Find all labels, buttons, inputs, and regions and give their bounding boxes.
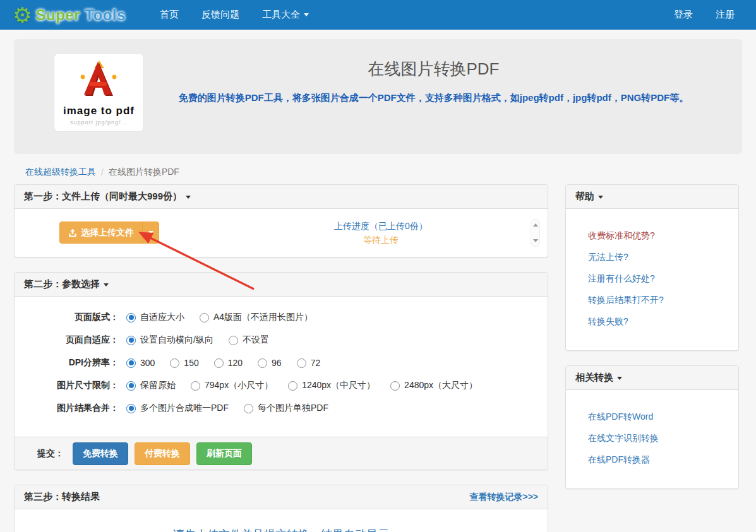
sidebar-link[interactable]: 在线PDF转Word bbox=[588, 411, 653, 422]
radio-option[interactable]: 72 bbox=[297, 358, 321, 368]
radio-option-label: 72 bbox=[311, 358, 321, 368]
radio-icon bbox=[390, 381, 400, 391]
breadcrumb-home-link[interactable]: 在线超级转换工具 bbox=[25, 167, 96, 178]
radio-option-label: 设置自动横向/纵向 bbox=[140, 334, 213, 346]
radio-option-label: 2480px（大尺寸） bbox=[404, 380, 477, 391]
list-item: 转换后结果打不开? bbox=[588, 295, 729, 306]
radio-option[interactable]: 1240px（中尺寸） bbox=[288, 380, 375, 391]
upload-progress-title: 上传进度（已上传0份） bbox=[204, 219, 558, 233]
radio-option[interactable]: 120 bbox=[214, 358, 243, 368]
radio-option-label: 自适应大小 bbox=[140, 312, 184, 323]
radio-icon bbox=[126, 404, 136, 413]
radio-option-label: 120 bbox=[228, 358, 243, 368]
radio-icon bbox=[297, 358, 306, 368]
param-row-label: 图片尺寸限制： bbox=[24, 380, 119, 391]
help-header[interactable]: 帮助 bbox=[566, 185, 738, 209]
radio-option[interactable]: 96 bbox=[258, 358, 282, 368]
radio-icon bbox=[126, 381, 136, 391]
param-row: 页面版式：自适应大小A4版面（不适用长图片） bbox=[24, 312, 538, 323]
radio-option[interactable]: A4版面（不适用长图片） bbox=[200, 312, 313, 323]
help-links: 收费标准和优势?无法上传?注册有什么好处?转换后结果打不开?转换失败? bbox=[588, 230, 729, 328]
upload-progress-status: 等待上传 bbox=[204, 233, 558, 247]
chevron-down-icon bbox=[617, 377, 622, 380]
view-history-link[interactable]: 查看转换记录>>> bbox=[469, 492, 538, 503]
sidebar-link[interactable]: 转换后结果打不开? bbox=[588, 295, 664, 305]
radio-option[interactable]: 794px（小尺寸） bbox=[191, 380, 273, 391]
sidebar-link[interactable]: 在线文字识别转换 bbox=[588, 433, 659, 443]
radio-option[interactable]: 每个图片单独PDF bbox=[244, 403, 328, 414]
upload-dropdown-toggle[interactable] bbox=[142, 222, 159, 243]
breadcrumb-separator: / bbox=[101, 167, 104, 177]
select-upload-file-button[interactable]: 选择上传文件 bbox=[60, 222, 142, 243]
param-row-label: 页面自适应： bbox=[24, 334, 119, 346]
step3-header: 第三步：转换结果 查看转换记录>>> bbox=[15, 485, 548, 509]
nav-item-2[interactable]: 反馈问题 bbox=[193, 1, 248, 29]
sidebar-link[interactable]: 无法上传? bbox=[588, 252, 628, 262]
list-item: 在线文字识别转换 bbox=[588, 433, 729, 444]
chevron-down-icon bbox=[104, 283, 109, 287]
upload-split-button: 选择上传文件 bbox=[59, 222, 159, 244]
sidebar-link[interactable]: 转换失败? bbox=[588, 316, 628, 326]
submit-label: 提交： bbox=[37, 448, 64, 459]
chevron-down-icon bbox=[148, 231, 153, 234]
radio-option-label: 150 bbox=[184, 358, 198, 368]
logo-caption: image to pdf bbox=[63, 105, 135, 117]
submit-button-1[interactable]: 免费转换 bbox=[73, 442, 128, 465]
step1-header[interactable]: 第一步：文件上传（同时最大999份） bbox=[15, 185, 548, 209]
radio-option[interactable]: 保留原始 bbox=[126, 380, 176, 391]
radio-icon bbox=[288, 381, 297, 391]
radio-option-label: 保留原始 bbox=[140, 380, 176, 391]
param-row-options: 保留原始794px（小尺寸）1240px（中尺寸）2480px（大尺寸） bbox=[126, 380, 477, 391]
step3-title: 第三步：转换结果 bbox=[24, 491, 100, 503]
radio-option-label: 300 bbox=[140, 358, 155, 368]
param-row-options: 设置自动横向/纵向不设置 bbox=[126, 334, 269, 346]
param-row: 页面自适应：设置自动横向/纵向不设置 bbox=[24, 334, 538, 346]
param-row-options: 多个图片合成唯一PDF每个图片单独PDF bbox=[126, 403, 328, 414]
radio-option[interactable]: 自适应大小 bbox=[126, 312, 184, 323]
step2-header[interactable]: 第二步：参数选择 bbox=[15, 273, 548, 297]
nav-item-3[interactable]: 工具大全 bbox=[253, 1, 318, 29]
related-panel: 相关转换 在线PDF转Word在线文字识别转换在线PDF转换器 bbox=[565, 365, 739, 489]
sidebar-link[interactable]: 收费标准和优势? bbox=[588, 230, 655, 240]
nav-right-item-1[interactable]: 登录 bbox=[665, 1, 702, 29]
radio-icon bbox=[126, 313, 136, 322]
radio-icon bbox=[126, 358, 136, 368]
radio-icon bbox=[200, 313, 209, 322]
sidebar-link[interactable]: 注册有什么好处? bbox=[588, 273, 655, 283]
param-rows: 页面版式：自适应大小A4版面（不适用长图片）页面自适应：设置自动横向/纵向不设置… bbox=[15, 297, 548, 437]
chevron-down-icon bbox=[304, 13, 309, 16]
submit-buttons: 免费转换付费转换刷新页面 bbox=[73, 442, 252, 465]
brand-logo[interactable]: ⚙ Super Tools bbox=[13, 4, 126, 26]
list-item: 转换失败? bbox=[588, 316, 729, 328]
help-title: 帮助 bbox=[575, 191, 594, 203]
radio-option[interactable]: 300 bbox=[126, 358, 155, 368]
logo-subcaption: support jpg/png/... bbox=[70, 119, 128, 126]
radio-option-label: 1240px（中尺寸） bbox=[302, 380, 375, 391]
submit-button-2[interactable]: 付费转换 bbox=[135, 442, 190, 465]
param-row: DPI分辨率：3001501209672 bbox=[24, 357, 538, 369]
radio-option[interactable]: 设置自动横向/纵向 bbox=[126, 334, 213, 346]
submit-row: 提交： 免费转换付费转换刷新页面 bbox=[15, 437, 548, 470]
radio-option[interactable]: 不设置 bbox=[229, 334, 269, 346]
brand-title: Super Tools bbox=[35, 6, 125, 24]
sidebar-link[interactable]: 在线PDF转换器 bbox=[588, 454, 650, 464]
radio-option-label: 96 bbox=[272, 358, 282, 368]
related-header[interactable]: 相关转换 bbox=[566, 366, 738, 390]
radio-option-label: 794px（小尺寸） bbox=[205, 380, 273, 391]
param-row-options: 自适应大小A4版面（不适用长图片） bbox=[126, 312, 313, 323]
submit-button-3[interactable]: 刷新页面 bbox=[196, 442, 252, 465]
upload-list-scrollbar[interactable] bbox=[531, 219, 540, 247]
radio-icon bbox=[214, 358, 224, 368]
nav-right-item-2[interactable]: 注册 bbox=[707, 1, 743, 29]
param-row: 图片结果合并：多个图片合成唯一PDF每个图片单独PDF bbox=[24, 403, 538, 414]
radio-option[interactable]: 2480px（大尺寸） bbox=[390, 380, 477, 391]
radio-icon bbox=[244, 404, 253, 413]
radio-option[interactable]: 150 bbox=[170, 358, 198, 368]
step2-title: 第二步：参数选择 bbox=[24, 278, 100, 290]
radio-option[interactable]: 多个图片合成唯一PDF bbox=[126, 403, 229, 414]
radio-icon bbox=[258, 358, 267, 368]
step1-body: 选择上传文件 上传进度（已上传0份） 等待上传 bbox=[15, 209, 548, 257]
related-links: 在线PDF转Word在线文字识别转换在线PDF转换器 bbox=[588, 411, 729, 466]
nav-item-1[interactable]: 首页 bbox=[151, 1, 188, 29]
param-row: 图片尺寸限制：保留原始794px（小尺寸）1240px（中尺寸）2480px（大… bbox=[24, 380, 538, 391]
